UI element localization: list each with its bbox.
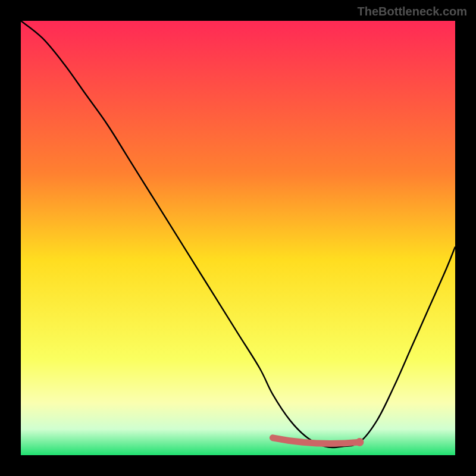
watermark-text: TheBottleneck.com [358,5,467,18]
plot-area [21,21,455,455]
configuration-marker [355,438,364,446]
bottleneck-chart [21,21,455,455]
gradient-background [21,21,455,455]
chart-container: TheBottleneck.com [0,0,476,476]
